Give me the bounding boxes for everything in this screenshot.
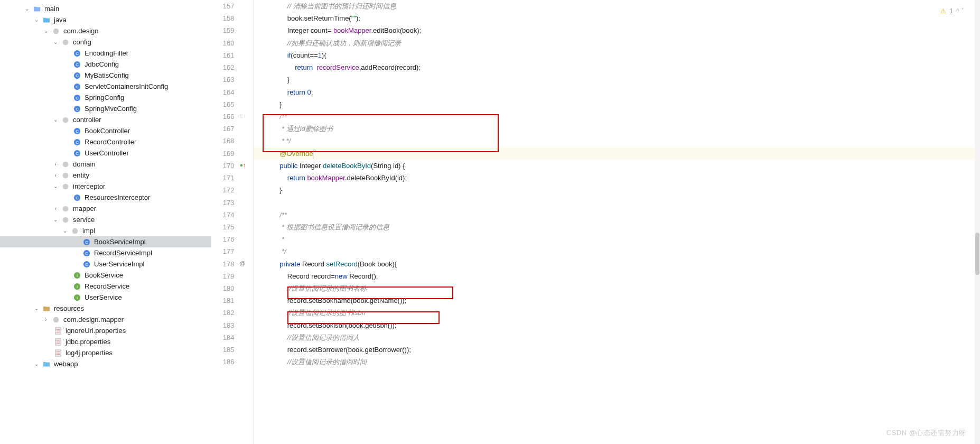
tree-prop-file[interactable]: log4j.properties [0, 347, 211, 358]
code-line-159[interactable]: Integer count= bookMapper.editBook(book)… [254, 24, 980, 36]
tree-label: com.design.mapper [62, 316, 124, 323]
code-editor[interactable]: ⚠ 1 ^ ˅ // 清除当前图书的预计归还时间信息 book.setRetur… [254, 0, 980, 444]
code-line-177[interactable]: */ [254, 245, 980, 257]
svg-point-28 [72, 228, 78, 234]
tree-class[interactable]: CSpringMvcConfig [0, 103, 211, 114]
package-icon [52, 27, 60, 35]
tree-class[interactable]: CBookController [0, 125, 211, 136]
tree-folder-java[interactable]: ⌄ java [0, 14, 211, 25]
package-icon [61, 171, 70, 180]
svg-text:C: C [76, 128, 79, 133]
code-line-168[interactable]: * */ [254, 135, 980, 147]
tree-interface[interactable]: IRecordService [0, 281, 211, 292]
tree-package-service[interactable]: ⌄ service [0, 214, 211, 225]
svg-point-41 [53, 317, 59, 322]
code-line-185[interactable]: record.setBorrower(book.getBorrower()); [254, 344, 980, 356]
class-icon: C [73, 193, 81, 202]
code-line-157[interactable]: // 清除当前图书的预计归还时间信息 [254, 0, 980, 12]
vertical-scrollbar[interactable] [975, 0, 980, 444]
tree-label: config [72, 38, 91, 46]
tree-package-config[interactable]: ⌄ config [0, 36, 211, 48]
tree-folder-resources[interactable]: ⌄ resources [0, 303, 211, 314]
code-body[interactable]: // 清除当前图书的预计归还时间信息 book.setReturnTime(""… [254, 0, 980, 368]
code-line-164[interactable]: return 0; [254, 86, 980, 98]
code-line-182[interactable]: //设置借阅记录的图书isbn [254, 307, 980, 319]
tree-label: controller [72, 116, 101, 124]
tree-class[interactable]: CUserController [0, 147, 211, 159]
gutter-mark-icon[interactable]: @ [239, 260, 245, 266]
tree-class[interactable]: CJdbcConfig [0, 59, 211, 70]
gutter-mark-icon[interactable]: ≡ [239, 113, 242, 119]
code-line-165[interactable]: } [254, 98, 980, 110]
tree-class[interactable]: CResourcesInterceptor [0, 192, 211, 203]
tree-prop-file[interactable]: ignoreUrl.properties [0, 325, 211, 336]
code-line-176[interactable]: * [254, 233, 980, 245]
tree-interface[interactable]: IBookService [0, 270, 211, 281]
code-line-167[interactable]: * 通过id删除图书 [254, 123, 980, 135]
scroll-thumb[interactable] [975, 233, 979, 275]
tree-class[interactable]: CMyBatisConfig [0, 70, 211, 81]
tree-prop-file[interactable]: jdbc.properties [0, 336, 211, 347]
code-line-179[interactable]: Record record=new Record(); [254, 270, 980, 282]
code-line-184[interactable]: //设置借阅记录的借阅人 [254, 331, 980, 344]
code-line-160[interactable]: //如果归还确认成功，则新增借阅记录 [254, 37, 980, 49]
class-icon: C [73, 82, 81, 91]
svg-text:C: C [76, 106, 79, 111]
tree-package-entity[interactable]: › entity [0, 170, 211, 181]
code-line-186[interactable]: //设置借阅记录的借阅时间 [254, 356, 980, 368]
tree-package-controller[interactable]: ⌄ controller [0, 114, 211, 125]
code-line-171[interactable]: return bookMapper.deleteBookById(id); [254, 172, 980, 184]
tree-class[interactable]: CUserServiceImpl [0, 258, 211, 270]
code-line-169[interactable]: @Override [254, 147, 980, 160]
code-line-172[interactable]: } [254, 184, 980, 196]
code-line-178[interactable]: private Record setRecord(Book book){ [254, 258, 980, 270]
tree-package-mapper-res[interactable]: › com.design.mapper [0, 314, 211, 325]
tree-class[interactable]: CEncodingFilter [0, 48, 211, 59]
code-line-173[interactable] [254, 197, 980, 209]
code-line-180[interactable]: //设置借阅记录的图书名称 [254, 282, 980, 294]
tree-class-bookserviceimpl[interactable]: CBookServiceImpl [0, 236, 211, 247]
code-line-162[interactable]: return recordService.addRecord(record); [254, 61, 980, 73]
code-line-166[interactable]: /** [254, 110, 980, 123]
tree-folder-main[interactable]: ⌄ main [0, 3, 211, 14]
code-line-158[interactable]: book.setReturnTime(""); [254, 12, 980, 24]
svg-point-23 [63, 183, 69, 189]
tree-package-interceptor[interactable]: ⌄ interceptor [0, 181, 211, 192]
gutter-mark-icon[interactable]: ●↑ [239, 162, 246, 168]
tree-class[interactable]: CRecordServiceImpl [0, 247, 211, 258]
code-line-161[interactable]: if(count==1){ [254, 49, 980, 61]
code-line-174[interactable]: /** [254, 209, 980, 221]
svg-text:I: I [77, 295, 78, 300]
inspection-status[interactable]: ⚠ 1 ^ ˅ [940, 7, 964, 15]
code-line-183[interactable]: record.setBookisbn(book.getIsbn()); [254, 319, 980, 331]
tree-package-domain[interactable]: › domain [0, 159, 211, 170]
properties-icon [54, 338, 62, 346]
code-line-175[interactable]: * 根据图书信息设置借阅记录的信息 [254, 221, 980, 233]
resource-folder-icon [42, 304, 51, 313]
code-line-170[interactable]: public Integer deleteBookById(String id)… [254, 160, 980, 172]
source-folder-icon [42, 16, 51, 24]
tree-folder-webapp[interactable]: ⌄ webapp [0, 358, 211, 369]
code-line-163[interactable]: } [254, 73, 980, 86]
tree-interface[interactable]: IUserService [0, 292, 211, 303]
package-icon [61, 160, 70, 169]
tree-class[interactable]: CRecordController [0, 136, 211, 147]
tree-class[interactable]: CSpringConfig [0, 92, 211, 103]
tree-package-com-design[interactable]: ⌄ com.design [0, 25, 211, 36]
class-icon: C [73, 138, 81, 146]
chevron-down-icon: ⌄ [52, 183, 59, 189]
tree-package-mapper[interactable]: › mapper [0, 203, 211, 214]
class-icon: C [82, 249, 91, 257]
svg-point-22 [63, 172, 69, 178]
project-tree[interactable]: ⌄ main ⌄ java ⌄ com.design ⌄ config CEnc… [0, 0, 211, 444]
editor-gutter[interactable]: 1571581591601611621631641651661671681691… [211, 0, 254, 444]
tree-label: ServletContainersInitConfig [83, 82, 168, 90]
class-icon: C [82, 238, 91, 246]
svg-text:C: C [85, 239, 88, 244]
tree-package-impl[interactable]: ⌄ impl [0, 225, 211, 236]
tree-label: BookServiceImpl [93, 238, 146, 246]
tree-class[interactable]: CServletContainersInitConfig [0, 81, 211, 92]
chevron-down-icon: ⌄ [52, 117, 59, 123]
svg-point-0 [53, 28, 59, 34]
code-line-181[interactable]: record.setBookname(book.getName()); [254, 294, 980, 307]
